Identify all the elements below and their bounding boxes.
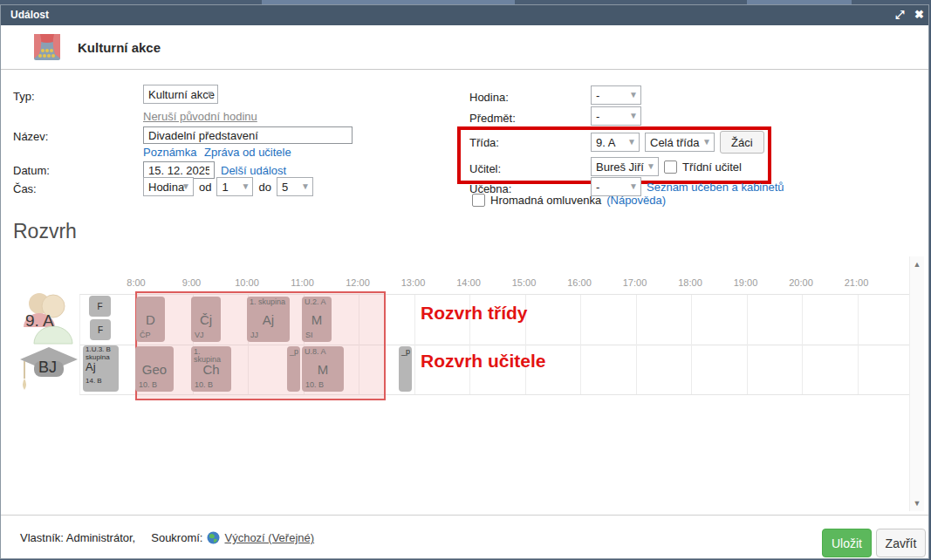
grid-line bbox=[414, 295, 415, 394]
ucitel-select[interactable]: Bureš Jiří▼ bbox=[591, 157, 659, 176]
poznamka-link[interactable]: Poznámka bbox=[143, 146, 196, 159]
hodina-select[interactable]: -▼ bbox=[591, 85, 641, 105]
trida-label: Třída: bbox=[469, 136, 499, 149]
class-pre-lesson-block: F bbox=[89, 296, 111, 317]
seznam-uceben-link[interactable]: Seznam učeben a kabinetů bbox=[647, 181, 784, 194]
teacher-pre-lesson-block: 1.U.3. BskupinaAj14. B bbox=[83, 345, 119, 392]
hromadna-omluvenka-label: Hromadná omluvenka bbox=[490, 194, 601, 207]
time-label: 19:00 bbox=[734, 277, 758, 288]
scroll-up-icon[interactable]: ▲ bbox=[910, 258, 924, 270]
do-label: do bbox=[258, 181, 270, 194]
divider bbox=[1, 515, 928, 516]
zprava-od-ucitele-link[interactable]: Zpráva od učitele bbox=[204, 146, 291, 159]
teacher-avatar: BJ bbox=[17, 344, 82, 396]
cas-mode-select[interactable]: Hodina▼ bbox=[143, 177, 194, 196]
time-label: 20:00 bbox=[789, 277, 813, 288]
time-label: 14:00 bbox=[456, 277, 481, 288]
chevron-down-icon: ▼ bbox=[629, 181, 638, 191]
typ-label: Typ: bbox=[13, 90, 35, 103]
teacher-lesson-block: _p bbox=[287, 346, 300, 392]
datum-label: Datum: bbox=[13, 164, 50, 177]
grid-line bbox=[858, 295, 859, 394]
zaci-button[interactable]: Žáci bbox=[720, 131, 764, 154]
chevron-down-icon: ▼ bbox=[702, 137, 711, 147]
class-lesson-block: 1. skupinaAjJJ bbox=[247, 297, 290, 342]
chevron-down-icon: ▼ bbox=[627, 137, 636, 147]
teacher-avatar-label: BJ bbox=[38, 359, 57, 376]
globe-icon bbox=[207, 531, 220, 544]
ucitel-label: Učitel: bbox=[469, 162, 501, 175]
time-label: 15:00 bbox=[512, 277, 537, 288]
teacher-lesson-block: _p bbox=[399, 346, 412, 392]
time-label: 9:00 bbox=[182, 277, 201, 288]
tridni-ucitel-checkbox[interactable] bbox=[664, 160, 677, 174]
event-dialog: Událost ⤢ ✖ Kulturní akce Typ: Kulturní … bbox=[0, 4, 929, 559]
od-label: od bbox=[199, 181, 211, 194]
time-label: 21:00 bbox=[845, 277, 869, 288]
chevron-down-icon: ▼ bbox=[242, 181, 250, 191]
time-label: 10:00 bbox=[235, 277, 259, 288]
footer-info: Vlastník: Administrátor, Soukromí: Výcho… bbox=[20, 531, 314, 544]
class-annotation: Rozvrh třídy bbox=[421, 303, 528, 324]
chevron-down-icon: ▼ bbox=[301, 181, 310, 191]
dialog-title: Událost bbox=[10, 9, 49, 21]
time-label: 12:00 bbox=[346, 277, 370, 288]
teacher-lesson-block: 1. skupinaCh10. B bbox=[191, 346, 231, 392]
grid-line bbox=[691, 295, 692, 394]
owner-text: Vlastník: Administrátor, bbox=[20, 531, 135, 544]
event-type-title: Kulturní akce bbox=[78, 40, 161, 55]
time-label: 17:00 bbox=[623, 277, 647, 288]
close-icon[interactable]: ✖ bbox=[914, 8, 924, 21]
nerusi-link[interactable]: Neruší původní hodinu bbox=[143, 110, 257, 123]
time-label: 8:00 bbox=[127, 277, 145, 288]
grid-line bbox=[636, 295, 637, 394]
class-lesson-block: U.2. AMSI bbox=[302, 297, 332, 342]
grid-line bbox=[580, 295, 581, 394]
do-select[interactable]: 5▼ bbox=[277, 177, 313, 196]
divider bbox=[1, 69, 928, 70]
chevron-down-icon: ▼ bbox=[629, 90, 638, 99]
delsi-udalost-link[interactable]: Delší událost bbox=[221, 164, 286, 177]
chevron-down-icon: ▼ bbox=[181, 181, 190, 191]
timetable-time-axis: 8:009:0010:0011:0012:0013:0014:0015:0016… bbox=[79, 277, 908, 291]
teacher-lesson-block: Geo10. B bbox=[135, 346, 174, 392]
grid-line bbox=[747, 295, 748, 394]
nazev-input[interactable] bbox=[143, 126, 353, 144]
chevron-down-icon: ▼ bbox=[647, 161, 655, 171]
teacher-annotation: Rozvrh učitele bbox=[421, 351, 546, 372]
predmet-label: Předmět: bbox=[469, 112, 516, 125]
privacy-link[interactable]: Výchozí (Veřejné) bbox=[224, 531, 314, 544]
vertical-scrollbar[interactable]: ▲ ▼ bbox=[909, 256, 924, 511]
hodina-label: Hodina: bbox=[469, 91, 509, 104]
trida-select[interactable]: 9. A▼ bbox=[591, 133, 640, 152]
resize-icon[interactable]: ⤢ bbox=[895, 8, 904, 22]
close-button[interactable]: Zavřít bbox=[876, 529, 926, 557]
time-label: 18:00 bbox=[678, 277, 702, 288]
nazev-label: Název: bbox=[13, 130, 48, 143]
class-lesson-block: DČP bbox=[136, 297, 165, 342]
time-label: 16:00 bbox=[567, 277, 592, 288]
grid-line bbox=[802, 295, 803, 394]
napoveda-link[interactable]: (Nápověda) bbox=[606, 194, 666, 207]
chevron-down-icon: ▼ bbox=[629, 111, 638, 120]
scroll-down-icon[interactable]: ▼ bbox=[910, 497, 924, 509]
class-avatar-label: 9. A bbox=[25, 311, 54, 330]
class-lesson-block: ČjVJ bbox=[191, 297, 221, 342]
save-button[interactable]: Uložit bbox=[822, 529, 872, 557]
teacher-lesson-block: U.8. AM10. B bbox=[302, 346, 344, 392]
class-avatar: 9. A bbox=[14, 289, 79, 345]
chevron-down-icon: ▼ bbox=[206, 89, 215, 99]
privacy-label: Soukromí: bbox=[151, 531, 202, 544]
time-label: 13:00 bbox=[401, 277, 426, 288]
datum-input[interactable] bbox=[143, 161, 215, 179]
dialog-titlebar: Událost ⤢ ✖ bbox=[1, 5, 928, 25]
time-label: 11:00 bbox=[291, 277, 314, 288]
theatre-icon bbox=[34, 34, 60, 60]
class-pre-lesson-block: F bbox=[90, 319, 111, 340]
tridni-ucitel-label: Třídní učitel bbox=[682, 160, 742, 174]
predmet-select[interactable]: -▼ bbox=[591, 106, 641, 126]
hromadna-omluvenka-checkbox[interactable] bbox=[472, 194, 485, 207]
od-select[interactable]: 1▼ bbox=[216, 177, 253, 196]
typ-select[interactable]: Kulturní akce▼ bbox=[143, 85, 218, 104]
trida-scope-select[interactable]: Celá třída▼ bbox=[645, 133, 715, 152]
